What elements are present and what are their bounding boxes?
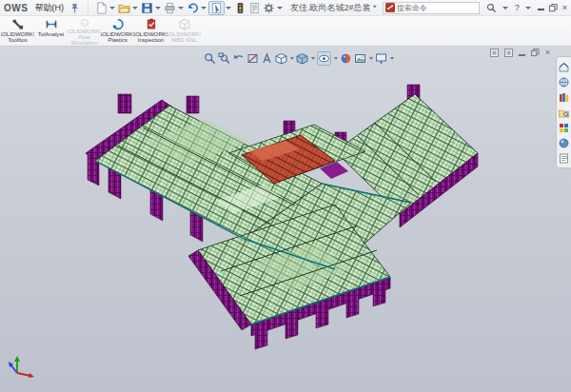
document-title: 友佳.欧尚名城2#总装 * [286,2,381,14]
task-pane-home-tab[interactable] [559,61,570,72]
addin-label: TolAnalyst [38,31,64,37]
task-pane-appearances-tab[interactable] [559,137,570,148]
appearance-ball-icon [340,52,352,65]
search-dropdown-caret[interactable] [502,7,508,10]
new-document-button[interactable] [94,1,108,15]
hide-show-items-caret[interactable] [334,57,338,60]
task-pane-custom-properties-tab[interactable] [559,152,570,164]
addin-tolanalyst[interactable]: TolAnalyst [34,16,68,46]
zoom-to-fit-button[interactable] [204,52,216,65]
inspection-icon [145,18,158,30]
rebuild-traffic-light-icon [234,2,246,14]
addin-solidworks-toolbox[interactable]: SOLIDWORKSToolbox [1,16,34,46]
view-settings-caret[interactable] [390,57,394,60]
eye-icon [318,52,330,65]
restore-button[interactable] [549,4,558,12]
open-folder-icon [118,2,130,14]
previous-view-icon [232,52,245,65]
addin-label: Simulation [68,40,101,46]
dynamic-annotation-views-button[interactable] [261,52,273,65]
view-settings-button[interactable] [375,52,387,65]
view-settings-monitor-icon [375,52,387,65]
new-document-icon [95,2,108,14]
graphics-viewport[interactable]: × [0,47,571,392]
rebuild-button[interactable] [233,1,247,15]
addin-plastics[interactable]: SOLIDWORKSPlastics [101,16,134,46]
save-dropdown-caret[interactable] [155,7,161,10]
model-3d-view[interactable] [0,47,571,392]
options-button[interactable] [262,1,276,15]
close-button[interactable]: × [562,4,567,12]
toolbox-icon [11,18,25,30]
display-style-caret[interactable] [311,57,315,60]
addin-mbd-snl[interactable]: SOLIDWORKSMBD SNL [167,16,201,46]
task-pane-design-library-tab[interactable] [559,91,570,103]
addin-label: Plastics [101,37,134,43]
undo-dropdown-caret[interactable] [201,7,207,10]
titlebar-right-controls: ? × [486,3,567,13]
minimize-button[interactable] [538,5,544,10]
section-view-button[interactable] [246,52,259,65]
search-box[interactable] [383,2,480,14]
task-pane-resources-tab[interactable] [559,76,570,88]
addin-flow-simulation[interactable]: SOLIDWORKSFlowSimulation [68,16,101,46]
task-pane-tabs [556,56,571,168]
menu-help[interactable]: 帮助(H) [30,1,69,15]
triad-axes [9,356,34,378]
doc-minimize-button[interactable] [519,50,525,56]
save-button[interactable] [140,1,154,15]
task-pane-view-palette-tab[interactable] [559,122,570,133]
edit-appearance-button[interactable] [340,52,352,65]
view-orientation-cube-icon [275,52,287,65]
doc-window-button-2[interactable] [504,49,513,57]
select-button[interactable] [208,1,225,15]
options-dropdown-caret[interactable] [277,7,283,10]
hide-show-items-button[interactable] [317,51,331,66]
doc-window-button-1[interactable] [490,49,499,57]
new-dropdown-caret[interactable] [109,7,115,10]
gear-icon [263,2,275,14]
file-properties-button[interactable] [247,1,262,15]
print-dropdown-caret[interactable] [178,7,184,10]
addin-label: Inspection [134,37,167,43]
previous-view-button[interactable] [232,52,245,65]
doc-close-button[interactable]: × [545,49,550,57]
file-explorer-folder-icon [559,108,569,118]
pin-menu-button[interactable] [70,3,79,13]
save-icon [141,2,153,14]
undo-icon [187,2,199,14]
headsup-view-toolbar [204,51,394,66]
flow-simulation-icon [78,18,91,28]
doc-restore-button[interactable] [531,49,540,57]
print-button[interactable] [163,1,177,15]
display-style-button[interactable] [296,52,308,65]
solidworks-logo-icon [385,3,395,12]
apply-scene-button[interactable] [354,52,366,65]
section-view-icon [246,52,259,65]
print-icon [164,2,176,14]
document-window-controls: × [490,49,550,57]
addin-inspection[interactable]: SOLIDWORKSInspection [134,16,167,46]
pushpin-icon [70,3,79,13]
select-dropdown-caret[interactable] [226,7,231,10]
display-style-icon [296,52,308,65]
addins-ribbon: SOLIDWORKSToolbox TolAnalyst SOLIDWORKSF… [0,16,571,47]
apply-scene-caret[interactable] [369,57,373,60]
help-button[interactable]: ? [515,4,520,12]
appearances-sphere-icon [559,138,569,148]
app-logo-partial: OWS [4,3,28,13]
view-orientation-caret[interactable] [290,57,294,60]
open-button[interactable] [117,1,131,15]
formwork-assembly [86,85,478,349]
view-orientation-button[interactable] [275,52,287,65]
tolanalyst-icon [45,18,58,30]
search-magnifier-button[interactable] [486,3,497,13]
search-input[interactable] [397,4,465,12]
design-library-books-icon [559,92,569,103]
help-dropdown-caret[interactable] [525,7,531,10]
zoom-to-area-button[interactable] [218,52,230,65]
reference-triad [6,352,40,381]
open-dropdown-caret[interactable] [132,7,138,10]
undo-button[interactable] [186,1,200,15]
task-pane-file-explorer-tab[interactable] [559,107,570,118]
